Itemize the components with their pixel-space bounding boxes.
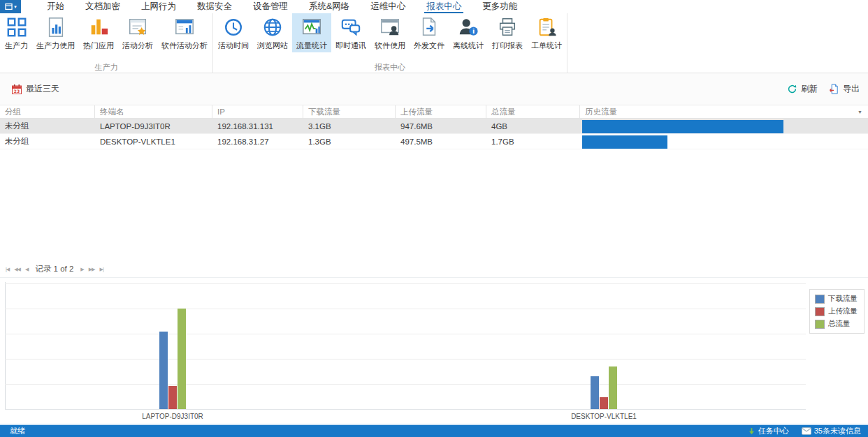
prev-page-button[interactable]: ◀ xyxy=(25,267,28,272)
tab-ops-center[interactable]: 运维中心 xyxy=(360,0,416,13)
printer-icon xyxy=(496,16,519,38)
column-header-terminal[interactable]: 终端名 xyxy=(95,105,212,118)
tab-system-network[interactable]: 系统&网络 xyxy=(298,0,360,13)
menu-tabs: 开始 文档加密 上网行为 数据安全 设备管理 系统&网络 运维中心 报表中心 更… xyxy=(36,0,528,13)
instant-messaging-button[interactable]: 即时通讯 xyxy=(331,13,370,52)
chart-bar-总流量-LAPTOP-D9J3IT0R xyxy=(178,309,186,409)
last-page-button[interactable]: ▶| xyxy=(100,267,103,272)
unread-messages-button[interactable]: 35条未读信息 xyxy=(802,426,861,436)
download-arrow-icon xyxy=(748,427,755,436)
tab-device-management[interactable]: 设备管理 xyxy=(243,0,298,13)
cell-ip: 192.168.31.27 xyxy=(212,134,303,149)
app-menu-caret: ▾ xyxy=(14,4,17,9)
button-label: 打印报表 xyxy=(492,40,523,51)
cell-total: 1.7GB xyxy=(486,134,580,149)
history-bar xyxy=(582,120,783,133)
tab-start[interactable]: 开始 xyxy=(36,0,75,13)
report-toolbar: 23 最近三天 刷新 导出 xyxy=(0,73,868,105)
work-order-stats-button[interactable]: 工单统计 xyxy=(527,13,566,52)
button-label: 浏览网站 xyxy=(257,40,288,51)
activity-analysis-button[interactable]: 活动分析 xyxy=(118,13,157,52)
column-header-ip[interactable]: IP xyxy=(212,105,303,118)
productivity-button[interactable]: 生产力 xyxy=(1,13,32,52)
chart-bar-下载流量-LAPTOP-D9J3IT0R xyxy=(159,332,168,409)
legend-label: 总流量 xyxy=(828,319,851,329)
column-header-group[interactable]: 分组 xyxy=(0,105,95,118)
outgoing-files-button[interactable]: 外发文件 xyxy=(410,13,449,52)
button-label: 离线统计 xyxy=(453,40,484,51)
chart-y-axis xyxy=(5,282,6,409)
button-label: 热门应用 xyxy=(83,40,114,51)
chart-bar-上传流量-LAPTOP-D9J3IT0R xyxy=(168,386,177,409)
chart-bar-下载流量-DESKTOP-VLKTLE1 xyxy=(591,376,599,409)
button-label: 流量统计 xyxy=(296,40,327,51)
button-label: 活动分析 xyxy=(122,40,153,51)
browse-websites-button[interactable]: 浏览网站 xyxy=(253,13,292,52)
chart-bar-总流量-DESKTOP-VLKTLE1 xyxy=(609,366,617,409)
chart-gridline xyxy=(5,334,806,334)
tab-internet-behavior[interactable]: 上网行为 xyxy=(131,0,187,13)
cell-ip: 192.168.31.131 xyxy=(212,119,303,133)
column-header-download[interactable]: 下载流量 xyxy=(303,105,396,118)
menu-bar: ▾ 开始 文档加密 上网行为 数据安全 设备管理 系统&网络 运维中心 报表中心… xyxy=(0,0,868,13)
tab-report-center[interactable]: 报表中心 xyxy=(416,0,472,13)
globe-icon xyxy=(261,16,284,38)
tab-data-security[interactable]: 数据安全 xyxy=(187,0,243,13)
status-ready-label: 就绪 xyxy=(10,426,25,436)
next-page-button[interactable]: ▶ xyxy=(80,267,83,272)
date-range-button[interactable]: 23 最近三天 xyxy=(11,83,59,95)
chart-bar-上传流量-DESKTOP-VLKTLE1 xyxy=(600,397,608,409)
button-label: 工单统计 xyxy=(531,40,562,51)
software-usage-button[interactable]: 软件使用 xyxy=(370,13,410,52)
envelope-icon xyxy=(802,427,811,435)
pagination-bar: |◀ ◀◀ ◀ 记录 1 of 2 ▶ ▶▶ ▶| xyxy=(0,261,868,277)
task-center-label: 任务中心 xyxy=(758,426,789,436)
export-button[interactable]: 导出 xyxy=(829,83,860,95)
tab-doc-encryption[interactable]: 文档加密 xyxy=(75,0,131,13)
app-window: ▾ 开始 文档加密 上网行为 数据安全 设备管理 系统&网络 运维中心 报表中心… xyxy=(0,0,868,437)
ribbon-group-report-center: 活动时间 浏览网站 流量统计 即时通讯 软件使用 xyxy=(213,13,567,73)
activity-time-button[interactable]: 活动时间 xyxy=(214,13,253,52)
app-menu-button[interactable]: ▾ xyxy=(0,0,21,13)
refresh-button[interactable]: 刷新 xyxy=(787,83,818,95)
window-chart-icon xyxy=(173,16,196,38)
app-window-icon xyxy=(4,2,13,11)
button-label: 生产力 xyxy=(5,40,28,51)
task-center-button[interactable]: 任务中心 xyxy=(748,426,789,436)
cell-group: 未分组 xyxy=(0,119,95,133)
button-label: 软件活动分析 xyxy=(161,40,208,51)
cell-terminal: DESKTOP-VLKTLE1 xyxy=(95,134,212,149)
cell-upload: 497.5MB xyxy=(396,134,486,149)
button-label: 生产力使用 xyxy=(36,40,75,51)
refresh-label: 刷新 xyxy=(801,83,818,95)
column-header-total[interactable]: 总流量 xyxy=(486,105,580,118)
chart-category-label: LAPTOP-D9J3IT0R xyxy=(96,413,249,420)
traffic-stats-button[interactable]: 流量统计 xyxy=(292,13,331,52)
productivity-usage-button[interactable]: 生产力使用 xyxy=(32,13,79,52)
column-header-history[interactable]: 历史流量 ▼ xyxy=(580,105,868,118)
print-report-button[interactable]: 打印报表 xyxy=(488,13,527,52)
column-header-upload[interactable]: 上传流量 xyxy=(396,105,486,118)
cell-upload: 947.6MB xyxy=(396,119,486,133)
tab-more-features[interactable]: 更多功能 xyxy=(472,0,528,13)
date-range-label: 最近三天 xyxy=(26,83,59,95)
chart-gridline xyxy=(5,359,806,360)
fast-prev-button[interactable]: ◀◀ xyxy=(14,267,20,272)
svg-text:23: 23 xyxy=(14,89,20,94)
hot-apps-button[interactable]: 热门应用 xyxy=(79,13,118,52)
first-page-button[interactable]: |◀ xyxy=(6,267,9,272)
legend-item-total: 总流量 xyxy=(815,319,858,329)
column-chooser-button[interactable]: ▼ xyxy=(858,110,862,114)
cell-terminal: LAPTOP-D9J3IT0R xyxy=(95,119,212,133)
ribbon-group-label: 生产力 xyxy=(1,60,212,73)
window-user-icon xyxy=(379,16,401,38)
traffic-table: 分组 终端名 IP 下载流量 上传流量 总流量 历史流量 ▼ 未分组 LAPTO… xyxy=(0,105,868,149)
table-row[interactable]: 未分组 LAPTOP-D9J3IT0R 192.168.31.131 3.1GB… xyxy=(0,119,868,134)
ribbon: 生产力 生产力使用 热门应用 活动分析 软件活动分析 xyxy=(0,13,868,73)
document-star-icon xyxy=(126,16,149,38)
fast-next-button[interactable]: ▶▶ xyxy=(89,267,95,272)
offline-stats-button[interactable]: i 离线统计 xyxy=(449,13,488,52)
chat-bubbles-icon xyxy=(340,16,362,38)
table-row[interactable]: 未分组 DESKTOP-VLKTLE1 192.168.31.27 1.3GB … xyxy=(0,134,868,149)
software-activity-analysis-button[interactable]: 软件活动分析 xyxy=(157,13,212,52)
